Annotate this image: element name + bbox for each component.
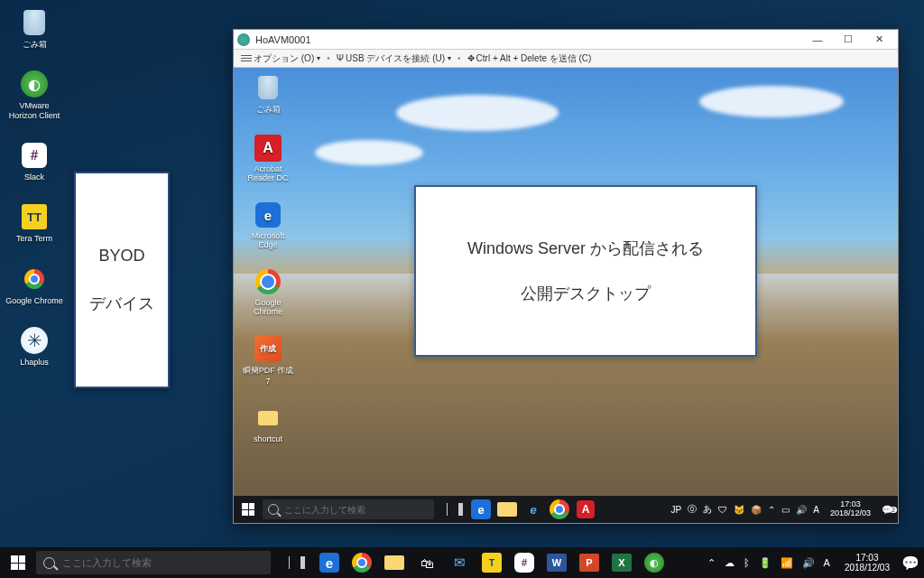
desktop-icon-lhaplus[interactable]: ✳ Lhaplus bbox=[5, 325, 63, 367]
taskbar-chrome[interactable] bbox=[346, 548, 377, 577]
cloud-decoration bbox=[315, 140, 423, 165]
close-button[interactable]: ✕ bbox=[864, 31, 894, 49]
vm-action-center[interactable]: 💬 2 bbox=[876, 505, 898, 515]
tray-ime-a[interactable]: A bbox=[813, 505, 819, 515]
minimize-button[interactable]: — bbox=[802, 31, 833, 49]
taskbar-acrobat[interactable]: A bbox=[574, 498, 597, 521]
chrome-icon bbox=[352, 553, 372, 573]
tray-sound-icon[interactable]: 🔊 bbox=[796, 505, 807, 515]
desktop-icon-recycle-bin[interactable]: ごみ箱 bbox=[5, 7, 63, 49]
vm-search-input[interactable] bbox=[284, 505, 429, 515]
desktop-icon-label: VMware Horizon Client bbox=[5, 101, 63, 120]
byod-label-line2: デバイス bbox=[89, 293, 154, 314]
taskbar-edge[interactable]: e bbox=[469, 498, 493, 521]
excel-icon: X bbox=[612, 554, 632, 572]
vm-icon-recycle-bin[interactable]: ごみ箱 bbox=[241, 73, 295, 116]
ie-icon: e bbox=[530, 503, 536, 517]
host-clock[interactable]: 17:03 2018/12/03 bbox=[837, 553, 897, 573]
desktop-icon-tera-term[interactable]: TT Tera Term bbox=[5, 201, 63, 243]
task-view-button[interactable] bbox=[443, 498, 467, 521]
desktop-icon-vmware-horizon[interactable]: ◐ VMware Horizon Client bbox=[5, 69, 63, 120]
vm-icon-google-chrome[interactable]: Google Chrome bbox=[241, 267, 295, 316]
acrobat-icon: A bbox=[577, 500, 595, 518]
vm-titlebar[interactable]: HoAVM0001 — ☐ ✕ bbox=[234, 30, 898, 50]
byod-label-line1: BYOD bbox=[98, 247, 144, 266]
taskbar-chrome[interactable] bbox=[548, 498, 571, 521]
vm-icon-shortcut[interactable]: shortcut bbox=[241, 404, 295, 443]
vm-start-button[interactable] bbox=[234, 496, 263, 523]
taskbar-explorer[interactable] bbox=[495, 498, 519, 521]
taskbar-mail[interactable]: ✉ bbox=[444, 548, 475, 577]
acrobat-reader-icon: A bbox=[254, 135, 282, 162]
cloud-decoration bbox=[396, 95, 559, 131]
tray-onedrive-icon[interactable]: ☁ bbox=[725, 557, 735, 569]
slack-icon: ＃ bbox=[514, 553, 534, 573]
taskbar-tera-term[interactable]: T bbox=[476, 548, 507, 577]
ime-mode-icon[interactable]: ⓪ bbox=[688, 503, 697, 516]
vm-window: HoAVM0001 — ☐ ✕ オプション (O)▾ • Ψ USB デバイスを… bbox=[233, 29, 899, 524]
hamburger-icon bbox=[241, 55, 252, 61]
desktop-icon-slack[interactable]: ＃ Slack bbox=[5, 140, 63, 182]
ime-mode-kana[interactable]: あ bbox=[703, 503, 712, 516]
vm-menubar: オプション (O)▾ • Ψ USB デバイスを接続 (U)▾ • ✥ Ctrl… bbox=[234, 50, 898, 68]
tray-battery-icon[interactable]: 🔋 bbox=[759, 557, 772, 569]
menu-options[interactable]: オプション (O)▾ bbox=[237, 52, 324, 65]
vm-icon-acrobat-reader[interactable]: A Acrobat Reader DC bbox=[241, 134, 295, 182]
menu-send-cad[interactable]: ✥ Ctrl + Alt + Delete を送信 (C) bbox=[464, 52, 596, 65]
host-search-input[interactable] bbox=[62, 557, 263, 568]
tray-security-icon[interactable]: 🛡 bbox=[718, 505, 727, 515]
vm-icon-pdf-create[interactable]: 作成 瞬簡PDF 作成 7 bbox=[241, 334, 295, 386]
desktop-icon-label: Google Chrome bbox=[5, 296, 63, 305]
desktop-icon-google-chrome[interactable]: Google Chrome bbox=[5, 264, 63, 305]
taskbar-explorer[interactable] bbox=[379, 548, 410, 577]
taskbar-store[interactable]: 🛍 bbox=[411, 548, 442, 577]
taskbar-word[interactable]: W bbox=[541, 548, 572, 577]
word-icon: W bbox=[547, 554, 567, 572]
taskbar-ie[interactable]: e bbox=[522, 498, 545, 521]
vm-clock[interactable]: 17:03 2018/12/03 bbox=[825, 500, 876, 518]
vmware-icon: ◐ bbox=[644, 553, 664, 573]
menu-usb-connect[interactable]: Ψ USB デバイスを接続 (U)▾ bbox=[333, 52, 455, 65]
taskbar-edge[interactable]: e bbox=[314, 548, 345, 577]
taskbar-slack[interactable]: ＃ bbox=[509, 548, 540, 577]
host-search-box[interactable] bbox=[36, 551, 271, 574]
taskbar-powerpoint[interactable]: P bbox=[574, 548, 605, 577]
host-taskbar: e 🛍 ✉ T ＃ W P X ◐ ⌃ ☁ ᛒ 🔋 📶 🔊 A 17:03 20… bbox=[0, 547, 924, 578]
vm-label-box: Windows Server から配信される 公開デスクトップ bbox=[414, 185, 757, 357]
search-icon bbox=[43, 557, 55, 569]
notification-badge: 2 bbox=[890, 507, 897, 513]
task-view-icon bbox=[447, 503, 463, 516]
tray-chevron-up-icon[interactable]: ⌃ bbox=[707, 557, 716, 569]
tray-wifi-icon[interactable]: 📶 bbox=[781, 557, 793, 569]
notification-icon: 💬 bbox=[901, 555, 919, 572]
tray-network-icon[interactable]: ▭ bbox=[781, 505, 790, 515]
vm-icon-microsoft-edge[interactable]: e Microsoft Edge bbox=[241, 200, 295, 249]
chrome-icon bbox=[24, 269, 44, 289]
tray-volume-icon[interactable]: 🔊 bbox=[802, 557, 815, 569]
host-action-center[interactable]: 💬 bbox=[897, 555, 924, 572]
vm-search-box[interactable] bbox=[263, 499, 434, 519]
chrome-icon bbox=[550, 499, 569, 519]
maximize-button[interactable]: ☐ bbox=[833, 31, 864, 49]
desktop-icon-label: Lhaplus bbox=[20, 358, 49, 367]
vm-taskbar: e e A JP ⓪ あ 🛡 🐱 📦 ⌃ ▭ 🔊 A 17:03 2018/12… bbox=[234, 496, 898, 523]
taskbar-excel[interactable]: X bbox=[606, 548, 637, 577]
tray-bluetooth-icon[interactable]: ᛒ bbox=[744, 557, 750, 568]
ime-lang[interactable]: JP bbox=[671, 505, 682, 515]
vm-desktop[interactable]: 🏃 ごみ箱 A Acrobat Reader DC e Microsoft Ed… bbox=[234, 68, 898, 496]
tray-chevron-up-icon[interactable]: ⌃ bbox=[768, 505, 775, 515]
cad-icon: ✥ bbox=[467, 53, 475, 63]
taskbar-vmware[interactable]: ◐ bbox=[639, 548, 670, 577]
tera-term-icon: TT bbox=[22, 204, 47, 229]
task-view-button[interactable] bbox=[282, 548, 312, 577]
lhaplus-icon: ✳ bbox=[21, 327, 48, 354]
host-system-tray: ⌃ ☁ ᛒ 🔋 📶 🔊 A bbox=[700, 557, 837, 569]
cloud-decoration bbox=[699, 86, 844, 117]
desktop-icon-label: Tera Term bbox=[16, 234, 52, 243]
tray-app-icon[interactable]: 📦 bbox=[751, 505, 762, 515]
edge-icon: e bbox=[319, 553, 339, 573]
host-start-button[interactable] bbox=[0, 547, 36, 578]
tray-ime-icon[interactable]: A bbox=[824, 557, 830, 568]
tray-volume-icon[interactable]: 🐱 bbox=[734, 505, 744, 515]
folder-icon bbox=[384, 555, 404, 570]
